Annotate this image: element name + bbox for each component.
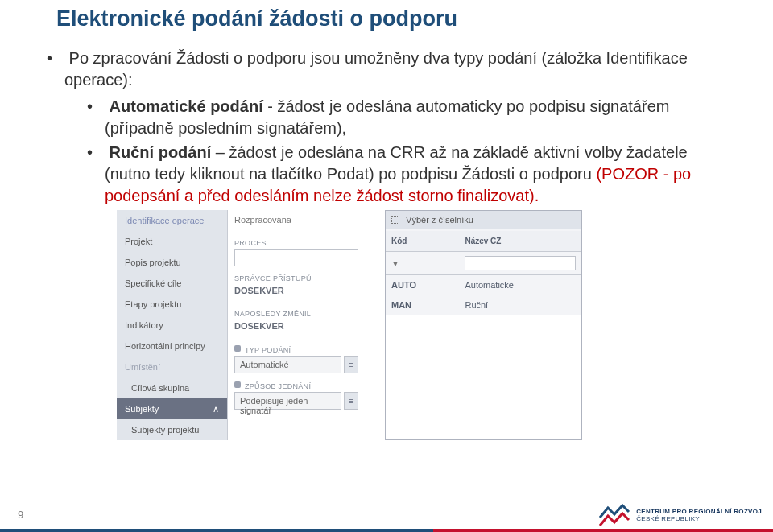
sidebar-item-etapy[interactable]: Etapy projektu <box>117 294 227 315</box>
table-row[interactable]: AUTO Automatické <box>386 275 581 295</box>
zmenil-value: DOSEKVER <box>234 320 358 337</box>
label-zmenil: NAPOSLEDY ZMĚNIL <box>234 302 358 320</box>
sidebar-item-subjekty[interactable]: Subjekty ∧ <box>117 398 227 419</box>
typ-podani-field[interactable]: Automatické <box>234 356 341 373</box>
typ-picker-button[interactable]: ≡ <box>344 356 358 373</box>
form-panel: Rozpracována PROCES SPRÁVCE PŘÍSTUPŮ DOS… <box>228 210 365 440</box>
page-title: Elektronické podání žádosti o podporu <box>56 6 733 31</box>
lookup-dialog-title: Výběr z číselníku <box>386 211 581 229</box>
sidebar-item-popis[interactable]: Popis projektu <box>117 252 227 273</box>
filter-input[interactable] <box>465 256 576 270</box>
col-kod[interactable]: Kód <box>386 231 459 252</box>
sidebar-item-umisteni[interactable]: Umístění <box>117 357 227 377</box>
label-typ: TYP PODÁNÍ <box>234 337 358 356</box>
list-icon: ≡ <box>349 396 353 406</box>
lookup-dialog: Výběr z číselníku Kód Název CZ ▼ AUTO Au… <box>385 210 582 440</box>
bullet-manual-label: Ruční podání <box>110 143 212 161</box>
page-number: 9 <box>18 509 23 521</box>
label-zpusob: ZPŮSOB JEDNÁNÍ <box>234 373 358 392</box>
sidebar-item-identifikace[interactable]: Identifikace operace <box>117 210 227 231</box>
label-proces: PROCES <box>234 231 358 249</box>
sidebar-item-cilova[interactable]: Cílová skupina <box>117 377 227 398</box>
col-nazev[interactable]: Název CZ <box>459 231 581 252</box>
sidebar-item-indikatory[interactable]: Indikátory <box>117 315 227 336</box>
sidebar-item-subjekty-proj[interactable]: Subjekty projektu <box>117 419 227 440</box>
bullet-auto-label: Automatické podání <box>110 97 263 115</box>
label-spravce: SPRÁVCE PŘÍSTUPŮ <box>234 266 358 284</box>
sidebar-item-horiz[interactable]: Horizontální principy <box>117 336 227 357</box>
status-value: Rozpracována <box>234 210 358 231</box>
bullet-manual: Ruční podání – žádost je odeslána na CRR… <box>105 142 733 207</box>
logo-text: CENTRUM PRO REGIONÁLNÍ ROZVOJ ČESKÉ REPU… <box>636 508 762 522</box>
footer-bar-blue <box>0 529 433 532</box>
table-row[interactable]: MAN Ruční <box>386 295 581 315</box>
footer-logo: CENTRUM PRO REGIONÁLNÍ ROZVOJ ČESKÉ REPU… <box>598 503 762 527</box>
lookup-table: Kód Název CZ ▼ AUTO Automatické MAN Ručn… <box>386 231 581 315</box>
chevron-up-icon: ∧ <box>213 404 219 414</box>
footer-bar-red <box>433 529 773 532</box>
app-screenshot: Identifikace operace Projekt Popis proje… <box>117 210 733 440</box>
dialog-icon <box>391 216 399 224</box>
bullet-auto: Automatické podání - žádost je odeslána … <box>105 96 733 139</box>
nav-sidebar: Identifikace operace Projekt Popis proje… <box>117 210 228 440</box>
intro-paragraph: Po zpracování Žádosti o podporu jsou umo… <box>64 47 733 91</box>
sidebar-item-projekt[interactable]: Projekt <box>117 231 227 252</box>
list-icon: ≡ <box>349 360 353 369</box>
zpusob-picker-button[interactable]: ≡ <box>344 392 358 410</box>
sidebar-item-cile[interactable]: Specifické cíle <box>117 273 227 294</box>
spravce-value: DOSEKVER <box>234 284 358 302</box>
filter-icon[interactable]: ▼ <box>391 259 399 268</box>
zpusob-field[interactable]: Podepisuje jeden signatář <box>234 392 341 410</box>
logo-icon <box>598 503 630 527</box>
proces-field[interactable] <box>234 249 358 266</box>
